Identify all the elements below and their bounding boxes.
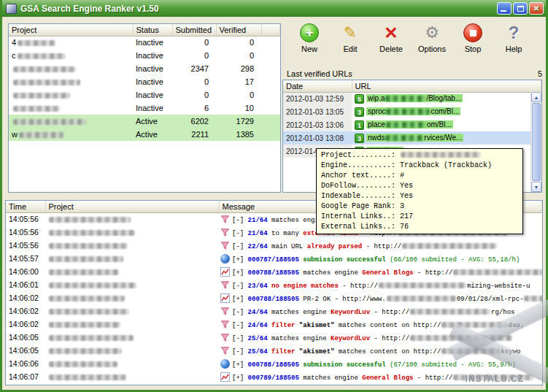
- log-row[interactable]: 14:06:00[+] 000788/188505 matches engine…: [6, 265, 542, 278]
- column-header[interactable]: Submitted: [172, 24, 216, 36]
- verified-row[interactable]: 2012-01-03 13:083nwdsrvices/We...: [283, 131, 541, 145]
- titlebar[interactable]: GSA Search Engine Ranker v1.50 ✕: [2, 0, 546, 17]
- project-status: Inactive: [133, 75, 172, 88]
- verified-url: sproccom/Bl...: [366, 107, 460, 115]
- column-header[interactable]: Status: [133, 24, 172, 36]
- log-row[interactable]: 14:06:01[-] 23/64 no engine matches - ht…: [6, 278, 542, 291]
- help-button[interactable]: ?Help: [497, 23, 530, 66]
- verified-date: 2012-01-03 13:05: [283, 105, 352, 118]
- projects-panel: ProjectStatusSubmittedVerified 4Inactive…: [8, 23, 281, 193]
- log-time: 14:06:05: [6, 331, 45, 344]
- tooltip-line: Anchor text.....: #: [321, 171, 518, 181]
- project-status: Inactive: [133, 36, 172, 49]
- minimize-icon: [501, 10, 506, 12]
- verified-date: 2012-01-03 12:59: [283, 92, 352, 105]
- log-row[interactable]: 14:06:05[-] 25/64 filter "akismet" match…: [6, 344, 542, 357]
- log-row[interactable]: 14:06:02[+] 000788/188505 PR-2 OK - http…: [6, 291, 542, 304]
- scroll-thumb[interactable]: [532, 103, 541, 181]
- log-message: [+] 000787/188505 submission successful …: [219, 252, 542, 265]
- log-time: 14:05:56: [6, 212, 45, 226]
- verified-row[interactable]: 2012-01-03 12:595wip.a/Blog/tab...: [283, 92, 541, 105]
- verified-scrollbar[interactable]: ▲ ▼: [530, 92, 541, 192]
- project-row[interactable]: Inactive017: [9, 75, 280, 88]
- log-project: [45, 239, 219, 252]
- new-icon: +: [299, 23, 320, 43]
- chart-icon: [220, 293, 230, 303]
- scroll-down-button[interactable]: ▼: [531, 182, 541, 192]
- log-time: 14:06:00: [6, 265, 45, 278]
- projects-table: ProjectStatusSubmittedVerified 4Inactive…: [9, 24, 280, 141]
- log-message: [-] 22/64 main URL already parsed - http…: [219, 239, 542, 252]
- toolbar-button-label: New: [301, 45, 317, 53]
- project-row[interactable]: Active62021729: [9, 115, 280, 128]
- log-row[interactable]: 14:06:07[+] 000789/188505 matches engine…: [6, 370, 542, 383]
- verified-url-cell: 3nwdsrvices/We...: [352, 131, 541, 145]
- project-submitted: 0: [172, 88, 216, 101]
- column-header[interactable]: Project: [9, 24, 133, 36]
- toolbar-button-label: Delete: [379, 45, 403, 53]
- project-verified: 1385: [216, 128, 261, 141]
- column-header[interactable]: Date: [283, 80, 352, 92]
- verified-row[interactable]: 2012-01-03 13:053sproccom/Bl...: [283, 105, 541, 118]
- verified-row[interactable]: 2012-01-03 13:061placeom/Bl...: [283, 118, 541, 131]
- tooltip-line: Project.........:: [321, 150, 518, 161]
- project-row[interactable]: 4Inactive00: [9, 36, 280, 49]
- log-project: [45, 265, 219, 278]
- last-verified-urls-label: Last verified URLs: [287, 69, 352, 78]
- project-row[interactable]: Inactive610: [9, 101, 280, 115]
- verified-url-cell: 1placeom/Bl...: [352, 118, 541, 131]
- pagerank-badge: 5: [355, 94, 364, 104]
- project-name: [9, 101, 133, 115]
- column-header[interactable]: Project: [45, 201, 219, 212]
- log-row[interactable]: 14:06:06[+] 000788/188505 submission suc…: [6, 357, 542, 370]
- project-name: 4: [9, 36, 133, 49]
- log-row[interactable]: 14:05:56[-] 22/64 main URL already parse…: [6, 239, 542, 252]
- tooltip-line: DoFollow........: Yes: [321, 181, 518, 191]
- project-row[interactable]: Inactive2347298: [9, 62, 280, 75]
- project-verified: 0: [216, 36, 261, 49]
- log-project: [45, 212, 219, 226]
- project-row[interactable]: cInactive00: [9, 49, 280, 62]
- verified-url: placeom/Bl...: [366, 120, 453, 128]
- project-row[interactable]: wActive22111385: [9, 128, 280, 141]
- app-icon: [6, 4, 17, 14]
- globe-icon: [220, 254, 230, 264]
- log-message: [+] 000788/188505 submission successful …: [219, 357, 542, 370]
- project-submitted: 0: [172, 36, 216, 49]
- edit-button[interactable]: ✎Edit: [333, 23, 367, 66]
- delete-button[interactable]: ✕Delete: [374, 23, 408, 66]
- column-header[interactable]: [261, 24, 280, 36]
- log-project: [45, 357, 219, 370]
- maximize-button[interactable]: [513, 2, 528, 15]
- log-row[interactable]: 14:06:05[-] 25/64 matches engine Keyword…: [6, 331, 542, 344]
- new-button[interactable]: +New: [293, 23, 326, 66]
- verified-date: 2012-01-03 13:08: [283, 131, 352, 145]
- filter-icon: [220, 333, 230, 342]
- project-verified: 10: [216, 101, 261, 115]
- column-header[interactable]: Verified: [216, 24, 261, 36]
- log-project: [45, 344, 219, 357]
- verified-table-head: DateURL: [283, 80, 541, 92]
- log-row[interactable]: 14:05:57[+] 000787/188505 submission suc…: [6, 252, 542, 265]
- project-submitted: 0: [172, 49, 216, 62]
- log-time: 14:06:02: [6, 291, 45, 304]
- project-submitted: 0: [172, 75, 216, 88]
- scroll-up-button[interactable]: ▲: [531, 92, 541, 102]
- options-button[interactable]: ⚙Options: [415, 23, 449, 66]
- log-time: 14:06:02: [6, 304, 45, 318]
- log-message: [-] 23/64 no engine matches - http://miz…: [219, 278, 542, 291]
- stop-icon: [463, 23, 483, 43]
- edit-icon: ✎: [340, 23, 360, 43]
- filter-icon: [220, 320, 230, 329]
- project-name: [9, 62, 133, 75]
- filter-icon: [220, 307, 230, 316]
- project-row[interactable]: Inactive00: [9, 88, 280, 101]
- column-header[interactable]: URL: [352, 80, 541, 92]
- column-header[interactable]: Time: [6, 201, 45, 212]
- log-row[interactable]: 14:06:02[-] 24/64 matches engine Keyword…: [6, 304, 542, 318]
- log-row[interactable]: 14:06:02[-] 24/64 filter "akismet" match…: [6, 318, 542, 331]
- stop-button[interactable]: Stop: [456, 23, 490, 66]
- close-button[interactable]: ✕: [529, 2, 544, 15]
- minimize-button[interactable]: [497, 2, 512, 15]
- log-message: [-] 25/64 matches engine KeywordLuv - ht…: [219, 331, 542, 344]
